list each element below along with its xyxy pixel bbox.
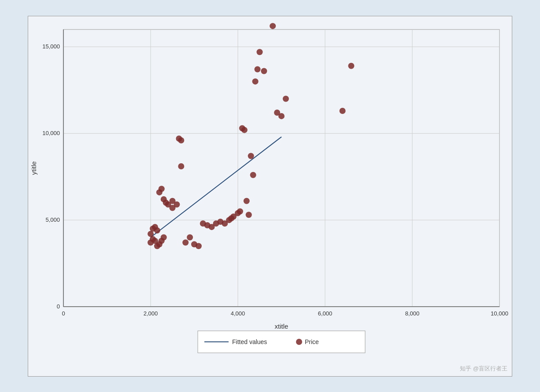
- svg-point-49: [187, 234, 193, 240]
- svg-point-82: [296, 339, 302, 345]
- svg-point-34: [154, 243, 160, 249]
- chart-inner: 05,00010,00015,00002,0004,0006,0008,0001…: [28, 16, 512, 377]
- svg-text:4,000: 4,000: [231, 310, 245, 317]
- svg-point-76: [283, 95, 289, 102]
- svg-point-64: [241, 127, 248, 133]
- svg-text:6,000: 6,000: [318, 310, 333, 317]
- svg-point-70: [257, 49, 263, 55]
- svg-point-68: [250, 172, 256, 178]
- svg-point-62: [237, 208, 243, 214]
- svg-text:xtitle: xtitle: [275, 322, 288, 330]
- svg-point-66: [246, 212, 252, 218]
- svg-point-69: [252, 78, 259, 84]
- svg-point-65: [244, 198, 250, 204]
- svg-point-71: [255, 66, 261, 72]
- svg-text:0: 0: [62, 310, 65, 317]
- svg-point-45: [178, 163, 184, 169]
- svg-point-28: [154, 227, 160, 233]
- svg-point-47: [178, 137, 184, 143]
- svg-point-67: [248, 153, 254, 159]
- watermark: 知乎 @盲区行者王: [460, 365, 507, 373]
- svg-text:5,000: 5,000: [45, 216, 60, 223]
- svg-text:8,000: 8,000: [405, 310, 420, 317]
- svg-text:Price: Price: [305, 338, 319, 345]
- svg-text:ytitle: ytitle: [30, 161, 37, 175]
- chart-container: 05,00010,00015,00002,0004,0006,0008,0001…: [0, 0, 540, 392]
- svg-text:10,000: 10,000: [491, 310, 508, 317]
- svg-text:2,000: 2,000: [144, 310, 158, 317]
- svg-point-78: [348, 62, 354, 69]
- svg-point-36: [161, 234, 167, 240]
- svg-point-73: [270, 23, 276, 29]
- svg-point-38: [159, 186, 165, 192]
- svg-point-48: [182, 239, 189, 245]
- svg-text:0: 0: [57, 303, 60, 310]
- svg-text:Fitted values: Fitted values: [232, 338, 267, 345]
- svg-point-51: [196, 243, 202, 249]
- svg-point-41: [163, 199, 169, 205]
- svg-text:15,000: 15,000: [42, 43, 60, 50]
- svg-point-77: [340, 108, 346, 114]
- svg-point-44: [170, 205, 176, 211]
- svg-point-75: [278, 113, 285, 119]
- svg-point-72: [261, 68, 267, 74]
- svg-text:10,000: 10,000: [42, 130, 60, 136]
- svg-rect-0: [63, 29, 499, 307]
- chart-svg: 05,00010,00015,00002,0004,0006,0008,0001…: [28, 16, 513, 377]
